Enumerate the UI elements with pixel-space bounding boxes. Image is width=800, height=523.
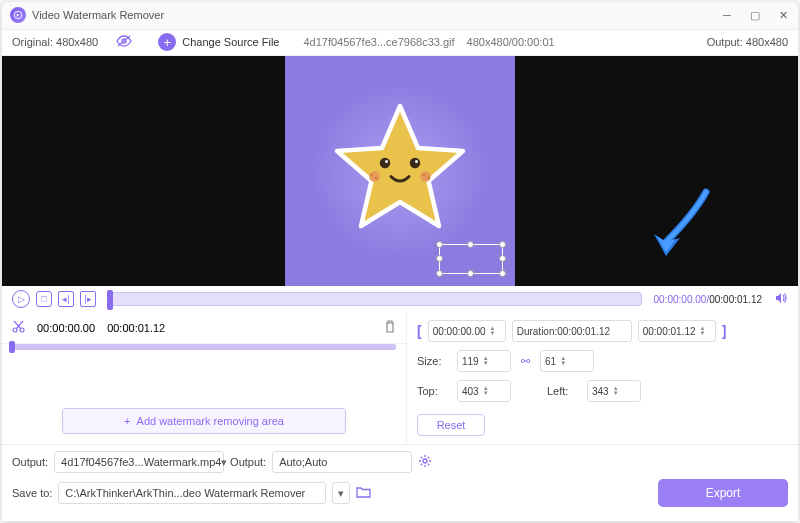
annotation-arrow-icon — [646, 184, 716, 268]
star-character — [325, 94, 475, 248]
right-panel: [ 00:00:00.00▲▼ Duration:00:00:01.12 00:… — [407, 312, 798, 444]
save-path-field[interactable]: C:\ArkThinker\ArkThin...deo Watermark Re… — [58, 482, 326, 504]
save-row: Save to: C:\ArkThinker\ArkThin...deo Wat… — [12, 479, 788, 507]
duration-time: 00:00:01.12 — [709, 294, 762, 305]
range-end-input[interactable]: 00:00:01.12▲▼ — [638, 320, 716, 342]
app-title: Video Watermark Remover — [32, 9, 720, 21]
height-input[interactable]: 61▲▼ — [540, 350, 594, 372]
range-start-input[interactable]: 00:00:00.00▲▼ — [428, 320, 506, 342]
chevron-down-icon: ▾ — [334, 487, 348, 500]
eye-icon[interactable] — [116, 35, 132, 50]
change-source-button[interactable]: Change Source File — [182, 36, 279, 48]
clip-bar: 00:00:00.00 00:00:01.12 — [2, 312, 406, 344]
svg-point-8 — [420, 171, 431, 182]
svg-point-3 — [380, 158, 391, 169]
duration-display: Duration:00:00:01.12 — [512, 320, 632, 342]
output-preset-label: Output: — [230, 456, 266, 468]
time-range-row: [ 00:00:00.00▲▼ Duration:00:00:01.12 00:… — [417, 320, 788, 342]
handle-tr[interactable] — [499, 241, 506, 248]
chevron-down-icon[interactable]: ▾ — [221, 456, 227, 469]
export-button[interactable]: Export — [658, 479, 788, 507]
save-path-dropdown[interactable]: ▾ — [332, 482, 350, 504]
svg-point-6 — [415, 160, 418, 163]
add-source-icon[interactable]: + — [158, 33, 176, 51]
maximize-button[interactable]: ▢ — [748, 8, 762, 22]
folder-icon[interactable] — [356, 486, 371, 501]
plus-icon: + — [124, 415, 130, 427]
add-area-button[interactable]: + Add watermark removing area — [62, 408, 346, 434]
bottom-bar: Output: 4d17f04567fe3...Watermark.mp4▾ O… — [2, 444, 798, 521]
clip-end: 00:00:01.12 — [107, 322, 165, 334]
svg-point-5 — [385, 160, 388, 163]
progress-thumb[interactable] — [107, 290, 113, 310]
down-icon[interactable]: ▼ — [490, 331, 496, 336]
save-to-label: Save to: — [12, 487, 52, 499]
app-logo-icon — [10, 7, 26, 23]
down-icon[interactable]: ▼ — [700, 331, 706, 336]
output-file-label: Output: — [12, 456, 48, 468]
size-label: Size: — [417, 355, 451, 367]
output-preset-field[interactable]: Auto;Auto — [272, 451, 412, 473]
svg-point-17 — [423, 459, 427, 463]
top-input[interactable]: 403▲▼ — [457, 380, 511, 402]
trash-icon[interactable] — [384, 320, 396, 335]
width-input[interactable]: 119▲▼ — [457, 350, 511, 372]
down-icon[interactable]: ▼ — [613, 391, 619, 396]
svg-point-10 — [375, 177, 377, 179]
current-time: 00:00:00.00 — [654, 294, 707, 305]
handle-mr[interactable] — [499, 255, 506, 262]
down-icon[interactable]: ▼ — [483, 391, 489, 396]
step-back-button[interactable]: ◂| — [58, 291, 74, 307]
play-button[interactable]: ▷ — [12, 290, 30, 308]
source-dimensions-time: 480x480/00:00:01 — [467, 36, 555, 48]
playback-bar: ▷ □ ◂| |▸ 00:00:00.00/00:00:01.12 — [2, 286, 798, 312]
left-panel: 00:00:00.00 00:00:01.12 + Add watermark … — [2, 312, 407, 444]
volume-icon[interactable] — [774, 291, 788, 308]
clip-slider[interactable] — [12, 344, 396, 350]
video-preview[interactable] — [2, 56, 798, 286]
progress-slider[interactable] — [108, 292, 642, 306]
output-file-field[interactable]: 4d17f04567fe3...Watermark.mp4▾ — [54, 451, 224, 473]
top-label: Top: — [417, 385, 451, 397]
svg-point-9 — [370, 174, 372, 176]
svg-point-4 — [410, 158, 421, 169]
svg-point-7 — [369, 171, 380, 182]
time-display: 00:00:00.00/00:00:01.12 — [654, 294, 762, 305]
bracket-left-icon[interactable]: [ — [417, 323, 422, 339]
app-window: Video Watermark Remover ─ ▢ ✕ Original: … — [2, 2, 798, 521]
step-fwd-button[interactable]: |▸ — [80, 291, 96, 307]
reset-button[interactable]: Reset — [417, 414, 485, 436]
down-icon[interactable]: ▼ — [483, 361, 489, 366]
handle-ml[interactable] — [436, 255, 443, 262]
minimize-button[interactable]: ─ — [720, 8, 734, 22]
original-dimensions: Original: 480x480 — [12, 36, 98, 48]
window-controls: ─ ▢ ✕ — [720, 8, 790, 22]
editor-panels: 00:00:00.00 00:00:01.12 + Add watermark … — [2, 312, 798, 444]
position-row: Top: 403▲▼ Left: 343▲▼ — [417, 380, 788, 402]
left-label: Left: — [547, 385, 581, 397]
selection-box[interactable] — [439, 244, 503, 274]
left-input[interactable]: 343▲▼ — [587, 380, 641, 402]
video-frame — [285, 56, 515, 286]
size-row: Size: 119▲▼ ⚯ 61▲▼ — [417, 350, 788, 372]
add-area-label: Add watermark removing area — [137, 415, 284, 427]
svg-point-12 — [427, 177, 429, 179]
cut-icon[interactable] — [12, 320, 25, 335]
titlebar: Video Watermark Remover ─ ▢ ✕ — [2, 2, 798, 29]
svg-point-11 — [423, 174, 425, 176]
output-dimensions: Output: 480x480 — [707, 36, 788, 48]
source-toolbar: Original: 480x480 + Change Source File 4… — [2, 29, 798, 56]
handle-bl[interactable] — [436, 270, 443, 277]
handle-br[interactable] — [499, 270, 506, 277]
clip-start: 00:00:00.00 — [37, 322, 95, 334]
close-button[interactable]: ✕ — [776, 8, 790, 22]
handle-bc[interactable] — [467, 270, 474, 277]
output-row: Output: 4d17f04567fe3...Watermark.mp4▾ O… — [12, 451, 788, 473]
link-icon[interactable]: ⚯ — [521, 355, 530, 368]
stop-button[interactable]: □ — [36, 291, 52, 307]
bracket-right-icon[interactable]: ] — [722, 323, 727, 339]
source-filename: 4d17f04567fe3...ce7968c33.gif — [303, 36, 454, 48]
down-icon[interactable]: ▼ — [560, 361, 566, 366]
gear-icon[interactable] — [418, 454, 432, 470]
